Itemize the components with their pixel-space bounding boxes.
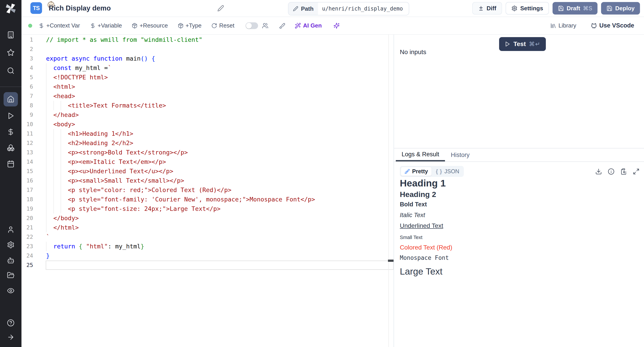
line-number: 11 <box>22 129 33 138</box>
pretty-view-button[interactable]: Pretty <box>401 167 432 176</box>
sidebar-item-folder-open[interactable] <box>7 272 14 279</box>
add-context-var-button[interactable]: +Context Var <box>38 22 80 29</box>
result-section: Logs & ResultHistory Pretty { } JSON Hea… <box>394 148 644 347</box>
json-label: JSON <box>444 168 459 174</box>
run-section: Test ⌘↵ No inputs <box>394 35 644 148</box>
indent-guide <box>54 129 54 138</box>
code-line: 2 <box>22 44 393 54</box>
home-icon <box>7 96 14 103</box>
path-value[interactable]: u/henri/rich_display_demo <box>318 2 407 15</box>
reset-button[interactable]: Reset <box>211 22 234 29</box>
line-number: 8 <box>22 101 33 110</box>
use-vscode-button[interactable]: Use VScode <box>590 22 634 29</box>
sidebar-item-star[interactable] <box>7 49 14 56</box>
test-shortcut: ⌘↵ <box>529 41 541 48</box>
line-number: 13 <box>22 148 33 157</box>
run-and-result-panel: Test ⌘↵ No inputs Logs & ResultHistory P… <box>394 35 644 347</box>
save-icon <box>606 5 612 12</box>
code-line: 20 </body> <box>22 214 393 223</box>
line-number: 10 <box>22 120 33 129</box>
add-variable-button[interactable]: +Variable <box>90 22 122 29</box>
windmill-logo-icon[interactable] <box>4 2 18 15</box>
line-number: 6 <box>22 82 33 92</box>
sidebar-item-play[interactable] <box>7 112 14 120</box>
braces-icon: { } <box>436 168 442 174</box>
diff-icon <box>478 5 484 11</box>
output-bold-text: Bold Text <box>400 201 644 208</box>
sidebar-divider <box>0 86 22 87</box>
code-editor[interactable]: 1// import * as wmill from "windmill-cli… <box>22 35 393 347</box>
wand-sparkles-icon <box>295 22 301 29</box>
output-red-text: Colored Text (Red) <box>400 244 644 251</box>
settings-button[interactable]: Settings <box>506 2 549 14</box>
tab-history[interactable]: History <box>445 148 476 162</box>
output-italic-text: Italic Text <box>400 212 644 218</box>
draft-button[interactable]: Draft ⌘S <box>552 2 598 14</box>
sidebar-item-dollar[interactable] <box>7 128 14 136</box>
edit-title-pencil-icon[interactable] <box>217 5 224 12</box>
add-type-button[interactable]: +Type <box>178 22 202 29</box>
output-mono-text: Monospace Font <box>400 255 644 261</box>
library-button[interactable]: Library <box>550 22 576 29</box>
code-line: 5 <!DOCTYPE html> <box>22 73 393 82</box>
ai-gen-button[interactable]: AI Gen <box>295 22 322 29</box>
path-field[interactable]: Path u/henri/rich_display_demo <box>288 2 409 16</box>
toggle-knob <box>246 23 252 28</box>
line-number: 5 <box>22 73 33 82</box>
sidebar-item-eye[interactable] <box>7 287 14 294</box>
sidebar-item-boxes[interactable] <box>7 144 14 152</box>
deploy-button[interactable]: Deploy <box>601 2 640 14</box>
indent-guide <box>60 129 61 138</box>
diff-mode-toggle[interactable] <box>246 22 258 29</box>
sidebar-item-user[interactable] <box>7 226 14 234</box>
active-line-highlight <box>46 260 394 270</box>
sidebar-item-gear[interactable] <box>7 241 14 248</box>
line-number: 14 <box>22 157 33 166</box>
indent-guide <box>46 176 46 185</box>
sidebar-item-help-circle[interactable] <box>7 319 14 327</box>
users-icon <box>262 22 268 29</box>
vscode-cat-icon <box>590 22 597 29</box>
tab-logs-result[interactable]: Logs & Result <box>396 148 445 162</box>
deploy-label: Deploy <box>615 5 634 12</box>
indent-guide <box>46 73 46 82</box>
code-line: 3export async function main() { <box>22 54 393 63</box>
top-header: TS Rich Display demo Path u/henri/rich_d… <box>22 0 644 17</box>
indent-guide <box>46 214 46 223</box>
sidebar-item-bot[interactable] <box>7 257 14 264</box>
code-line: 21 </html> <box>22 223 393 232</box>
pretty-label: Pretty <box>412 168 428 174</box>
clipboard-copy-icon[interactable] <box>620 168 627 175</box>
info-icon[interactable] <box>608 168 614 175</box>
code-line: 22` <box>22 232 393 242</box>
test-button[interactable]: Test ⌘↵ <box>499 37 546 51</box>
sidebar-item-arrow-right[interactable] <box>7 333 14 341</box>
line-number: 1 <box>22 35 33 44</box>
download-icon[interactable] <box>595 168 602 175</box>
indent-guide <box>60 204 61 214</box>
editor-overview-ruler[interactable] <box>388 35 394 347</box>
left-sidebar <box>0 0 22 347</box>
line-number: 23 <box>22 242 33 251</box>
sidebar-item-calendar[interactable] <box>7 160 14 168</box>
sidebar-item-building[interactable] <box>7 31 14 39</box>
ai-sparkles-button[interactable] <box>334 22 340 29</box>
sidebar-item-home-active[interactable] <box>4 92 18 106</box>
multiplayer-users-button[interactable] <box>262 22 268 29</box>
view-mode-segmented-control: Pretty { } JSON <box>400 166 464 177</box>
line-number: 24 <box>22 251 33 260</box>
indent-guide <box>46 92 46 101</box>
indent-guide <box>46 204 46 214</box>
add-resource-button[interactable]: +Resource <box>132 22 168 29</box>
indent-guide <box>46 223 46 232</box>
output-underline-text: Underlined Text <box>400 223 644 229</box>
diff-button[interactable]: Diff <box>472 2 502 14</box>
code-line: 4 const my_html =` <box>22 63 393 73</box>
sidebar-item-search[interactable] <box>7 67 14 74</box>
indent-guide <box>60 185 61 195</box>
code-line: 14 <p><em>Italic Text</em></p> <box>22 157 393 166</box>
format-brush-button[interactable] <box>279 22 285 29</box>
json-view-button[interactable]: { } JSON <box>432 167 463 176</box>
expand-icon[interactable] <box>633 168 640 175</box>
code-line: 9 </head> <box>22 110 393 120</box>
